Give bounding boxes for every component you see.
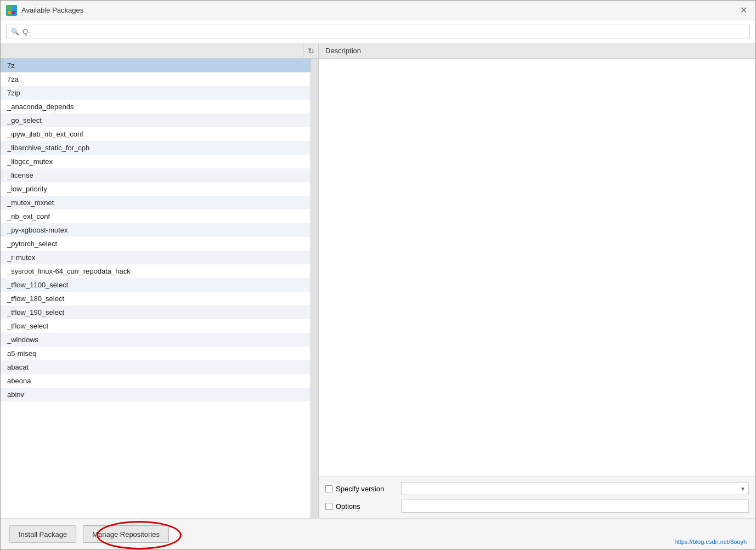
app-icon	[6, 5, 17, 16]
list-item[interactable]: _r-mutex	[1, 251, 311, 264]
specify-version-text: Specify version	[336, 485, 384, 493]
manage-repositories-button[interactable]: Manage Repositories	[83, 525, 169, 543]
list-item[interactable]: _pytorch_select	[1, 237, 311, 251]
list-item[interactable]: _windows	[1, 333, 311, 347]
title-bar-left: Available Packages	[6, 5, 83, 16]
left-panel: ↻ 7z7za7zip_anaconda_depends_go_select_i…	[1, 43, 319, 518]
list-item[interactable]: _ipyw_jlab_nb_ext_conf	[1, 127, 311, 141]
options-label[interactable]: Options	[325, 502, 397, 511]
url-hint: https://blog.csdn.net/3ooyh	[675, 538, 747, 545]
svg-rect-0	[8, 7, 11, 10]
svg-rect-2	[8, 11, 11, 14]
list-item[interactable]: _tflow_select	[1, 319, 311, 333]
list-item[interactable]: abinv	[1, 388, 311, 401]
list-item[interactable]: _anaconda_depends	[1, 100, 311, 114]
description-body	[319, 59, 755, 476]
description-header: Description	[319, 43, 755, 59]
list-item[interactable]: abacat	[1, 360, 311, 374]
list-item[interactable]: 7z	[1, 59, 311, 72]
list-item[interactable]: _libarchive_static_for_cph	[1, 141, 311, 155]
options-text: Options	[336, 502, 360, 511]
right-panel: Description Specify version ▼	[319, 43, 755, 518]
title-bar: Available Packages ✕	[1, 1, 755, 20]
refresh-button[interactable]: ↻	[303, 43, 318, 59]
search-icon: 🔍	[11, 28, 19, 36]
specify-version-label[interactable]: Specify version	[325, 485, 397, 493]
version-row: Specify version ▼	[325, 482, 749, 495]
list-item[interactable]: _py-xgboost-mutex	[1, 223, 311, 237]
available-packages-window: Available Packages ✕ 🔍 ↻ 7z7za7zip_anaco…	[0, 0, 756, 550]
list-item[interactable]: 7zip	[1, 86, 311, 100]
options-checkbox[interactable]	[325, 503, 332, 510]
search-bar: 🔍	[1, 20, 755, 43]
list-item[interactable]: _go_select	[1, 114, 311, 127]
package-list: 7z7za7zip_anaconda_depends_go_select_ipy…	[1, 59, 311, 518]
version-dropdown[interactable]	[401, 482, 749, 495]
list-item[interactable]: a5-miseq	[1, 347, 311, 360]
specify-version-checkbox[interactable]	[325, 485, 332, 492]
install-package-button[interactable]: Install Package	[9, 525, 76, 543]
list-item[interactable]: _tflow_180_select	[1, 292, 311, 305]
footer: Install Package Manage Repositories http…	[1, 518, 755, 549]
options-input[interactable]	[401, 500, 749, 513]
list-item[interactable]: 7za	[1, 72, 311, 86]
version-options-section: Specify version ▼ Options	[319, 476, 755, 518]
window-title: Available Packages	[21, 6, 83, 14]
svg-rect-1	[12, 7, 15, 10]
list-item[interactable]: _tflow_1100_select	[1, 278, 311, 292]
list-item[interactable]: _mutex_mxnet	[1, 196, 311, 209]
list-item[interactable]: abeona	[1, 374, 311, 388]
list-item[interactable]: _low_priority	[1, 182, 311, 196]
list-item[interactable]: _nb_ext_conf	[1, 209, 311, 223]
list-item[interactable]: _sysroot_linux-64_curr_repodata_hack	[1, 264, 311, 278]
options-row: Options	[325, 500, 749, 513]
search-wrapper: 🔍	[6, 25, 750, 38]
main-content: ↻ 7z7za7zip_anaconda_depends_go_select_i…	[1, 43, 755, 518]
close-button[interactable]: ✕	[737, 4, 750, 17]
version-dropdown-wrapper: ▼	[401, 482, 749, 495]
list-item[interactable]: _license	[1, 168, 311, 182]
scrollbar[interactable]	[311, 59, 318, 518]
svg-rect-3	[12, 11, 15, 14]
list-header: ↻	[1, 43, 318, 59]
list-item[interactable]: _libgcc_mutex	[1, 155, 311, 168]
left-panel-inner: 7z7za7zip_anaconda_depends_go_select_ipy…	[1, 59, 318, 518]
list-item[interactable]: _tflow_190_select	[1, 305, 311, 319]
search-input[interactable]	[22, 27, 745, 36]
